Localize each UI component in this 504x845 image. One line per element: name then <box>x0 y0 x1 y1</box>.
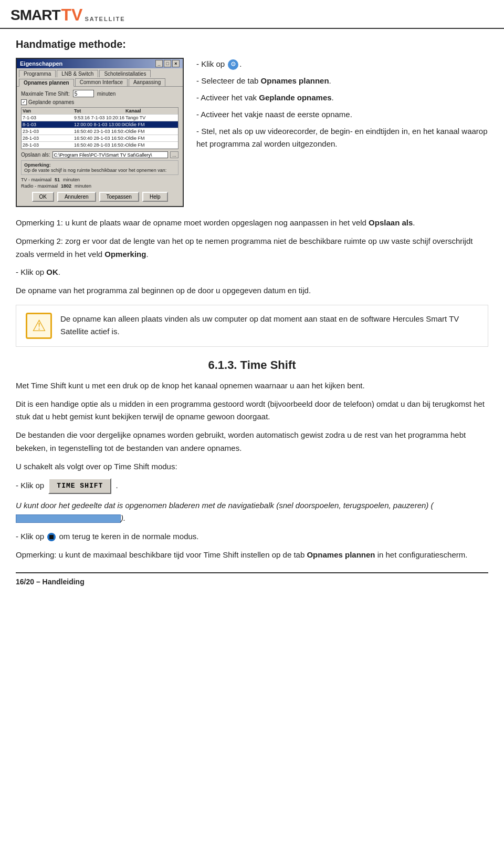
timeshift-para3: De bestanden die voor dergelijke opnames… <box>16 429 488 455</box>
stop-instruction-para: - Klik op om terug te keren in de normal… <box>16 530 488 543</box>
opmerking1-para: Opmerking 1: u kunt de plaats waar de op… <box>16 217 488 230</box>
dialog-window: Eigenschappen _ □ × Programma LNB & Swit… <box>16 58 184 207</box>
dialog-body: Maximale Time Shift: minuten ✓ Geplande … <box>17 86 183 206</box>
col-tot: Tot <box>74 108 125 114</box>
klik-timeshift-para: - Klik op TIME SHIFT . <box>16 478 488 493</box>
geplande-opnames-checkbox[interactable]: ✓ <box>21 99 27 105</box>
col-van: Van <box>23 108 74 114</box>
max-time-shift-label: Maximale Time Shift: <box>21 91 70 97</box>
help-button[interactable]: Help <box>142 192 168 202</box>
timeshift-para2: Dit is een handige optie als u midden in… <box>16 398 488 424</box>
max-time-shift-row: Maximale Time Shift: minuten <box>21 90 178 97</box>
table-row[interactable]: 23-1-03 16:50:40 23-1-03 16:50:40 Oldie … <box>22 128 178 135</box>
dialog-tabs-2: Opnames plannen Common Interface Aanpass… <box>17 77 183 86</box>
geplande-opnames-row: ✓ Geplande opnames <box>21 99 178 105</box>
instruction-4: - Activeer het vakje naast de eerste opn… <box>196 108 488 121</box>
nav-bar-para: U kunt door het gedeelte dat is opgenome… <box>16 499 488 525</box>
table-header-row: Van Tot Kanaal <box>22 108 178 115</box>
table-row[interactable]: 7-1-03 9:53:16 7-1-03 10:20:16 Tango TV <box>22 115 178 121</box>
stop-icon <box>47 533 56 541</box>
tab-programma[interactable]: Programma <box>19 70 56 77</box>
radio-unit: minuten <box>75 183 91 189</box>
top-section: Eigenschappen _ □ × Programma LNB & Swit… <box>16 58 488 207</box>
tv-value: 51 <box>55 177 60 182</box>
main-content: Handmatige methode: Eigenschappen _ □ × … <box>0 38 504 602</box>
nav-bar-visual <box>16 514 121 523</box>
tv-label: TV - maximaal <box>21 177 51 182</box>
radio-info-row: Radio - maximaal 1802 minuten <box>21 183 178 189</box>
klik-op-prefix: - Klik op <box>16 481 44 490</box>
nav-text-suffix: ). <box>121 513 125 522</box>
tab-common-interface[interactable]: Common Interface <box>75 78 128 86</box>
max-time-shift-input[interactable] <box>73 90 94 97</box>
klik-op-suffix: . <box>116 481 118 490</box>
instruction-3: - Activeer het vak Geplande opnames. <box>196 91 488 104</box>
table-row[interactable]: 28-1-03 16:50:40 28-1-03 16:50:40 Oldie … <box>22 135 178 142</box>
minimize-button[interactable]: _ <box>155 60 163 67</box>
tv-unit: minuten <box>63 177 80 182</box>
annuleren-button[interactable]: Annuleren <box>57 192 96 202</box>
radio-label: Radio - maximaal <box>21 183 58 189</box>
section-title-text: Time Shift <box>240 358 296 372</box>
tab-schotel[interactable]: Schotelinstallaties <box>99 70 151 77</box>
logo-satellite: SATELLITE <box>85 16 125 22</box>
instruction-2: - Selecteer de tab Opnames plannen. <box>196 75 488 87</box>
opslaan-label: Opslaan als: <box>21 152 50 158</box>
dialog-titlebar: Eigenschappen _ □ × <box>17 59 183 68</box>
logo-smart: SMART <box>10 7 60 24</box>
footer-text: 16/20 – Handleiding <box>16 578 85 586</box>
datum-tijd-para: De opname van het programma zal beginnen… <box>16 284 488 297</box>
opnames-table: Van Tot Kanaal 7-1-03 9:53:16 7-1-03 10:… <box>21 107 178 149</box>
section-number: 6.1.3. <box>208 358 237 372</box>
dialog-title: Eigenschappen <box>20 60 62 67</box>
tab-opnames-plannen[interactable]: Opnames plannen <box>19 79 74 87</box>
footer: 16/20 – Handleiding <box>16 572 488 586</box>
section-613-title: 6.1.3. Time Shift <box>16 358 488 372</box>
col-kanaal: Kanaal <box>125 108 177 114</box>
dialog-buttons: OK Annuleren Toepassen Help <box>21 190 178 203</box>
max-time-shift-unit: minuten <box>97 91 116 97</box>
timeshift-button[interactable]: TIME SHIFT <box>48 478 111 493</box>
tv-info-row: TV - maximaal 51 minuten <box>21 177 178 182</box>
opmerking2-para: Opmerking 2: zorg er voor dat de lengte … <box>16 235 488 261</box>
warning-text: De opname kan alleen plaats vinden als u… <box>60 313 478 338</box>
tab-lnb-switch[interactable]: LNB & Switch <box>57 70 98 77</box>
close-button[interactable]: × <box>172 60 180 67</box>
radio-value: 1802 <box>61 183 71 189</box>
opmerking-title: Opmerking: <box>24 162 175 168</box>
paragraphs-section: Opmerking 1: u kunt de plaats waar de op… <box>16 217 488 297</box>
dialog-tabs: Programma LNB & Switch Schotelinstallati… <box>17 68 183 77</box>
ok-button[interactable]: OK <box>32 192 54 202</box>
warning-icon: ⚠ <box>26 313 52 339</box>
table-row[interactable]: 8-1-03 12:00:00 8-1-03 13:00:00 Oldie FM <box>22 121 178 128</box>
opmerking-final-para: Opmerking: u kunt de maximaal beschikbar… <box>16 549 488 562</box>
warning-box: ⚠ De opname kan alleen plaats vinden als… <box>16 305 488 347</box>
section-heading: Handmatige methode: <box>16 38 488 50</box>
instruction-5: - Stel, net als op uw videorecorder, de … <box>196 125 488 150</box>
dialog-titlebar-buttons: _ □ × <box>155 60 180 67</box>
instruction-1: - Klik op . <box>196 58 488 70</box>
right-instructions: - Klik op . - Selecteer de tab Opnames p… <box>196 58 488 154</box>
header: SMART TV SATELLITE <box>0 0 504 29</box>
timeshift-intro: Met Time Shift kunt u met een druk op de… <box>16 379 488 393</box>
stop-suffix: om terug te keren in de normale modus. <box>57 532 198 541</box>
opmerking-box: Opmerking: Op de vaste schijf is nog rui… <box>21 160 178 175</box>
logo-tv: TV <box>61 5 83 25</box>
timeshift-para4: U schakelt als volgt over op Time Shift … <box>16 460 488 473</box>
maximize-button[interactable]: □ <box>164 60 171 67</box>
table-row[interactable]: 28-1-03 16:50:40 28-1-03 16:50:40 Oldie … <box>22 142 178 149</box>
toepassen-button[interactable]: Toepassen <box>99 192 139 202</box>
tab-aanpassing[interactable]: Aanpassing <box>129 78 165 86</box>
opslaan-browse-button[interactable]: ... <box>170 151 178 158</box>
stop-text-prefix: - Klik op <box>16 532 46 541</box>
klik-ok-para: - Klik op OK. <box>16 266 488 279</box>
gear-icon <box>228 59 238 70</box>
nav-text-prefix: U kunt door het gedeelte dat is opgenome… <box>16 501 434 510</box>
opslaan-row: Opslaan als: ... <box>21 151 178 158</box>
opslaan-input[interactable] <box>52 151 168 158</box>
geplande-opnames-label: Geplande opnames <box>28 99 74 105</box>
opmerking-text: Op de vaste schijf is nog ruimte beschik… <box>24 168 175 173</box>
